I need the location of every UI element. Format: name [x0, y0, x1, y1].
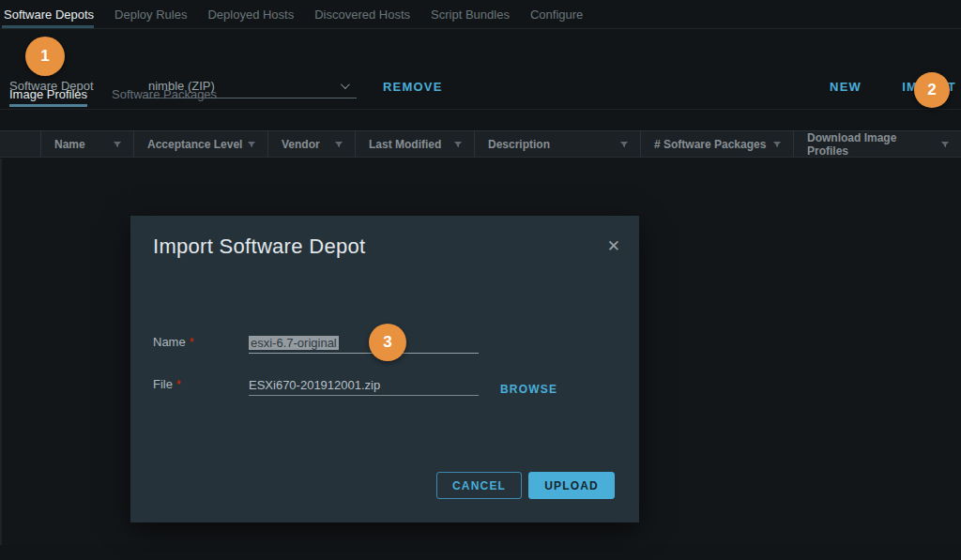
column-header-software-packages: # Software Packages	[640, 131, 793, 157]
cancel-button[interactable]: CANCEL	[436, 472, 522, 499]
image-profiles-table-header: Name Acceptance Level Vendor Last Modifi…	[0, 130, 961, 158]
required-asterisk: *	[190, 336, 194, 349]
column-header-description: Description	[474, 131, 640, 157]
tab-label: Image Profiles	[9, 87, 87, 101]
tab-script-bundles[interactable]: Script Bundles	[420, 0, 520, 28]
column-label: Download Image Profiles	[807, 131, 940, 158]
tab-label: Configure	[530, 8, 583, 22]
required-asterisk: *	[176, 378, 181, 391]
annotation-badge-3: 3	[369, 324, 406, 361]
column-label: Name	[54, 138, 85, 151]
tab-deployed-hosts[interactable]: Deployed Hosts	[197, 0, 304, 28]
tab-label: Deployed Hosts	[207, 8, 294, 22]
tab-software-packages[interactable]: Software Packages	[99, 80, 229, 109]
tab-configure[interactable]: Configure	[520, 0, 593, 28]
name-field-label: Name*	[153, 335, 193, 349]
column-label: # Software Packages	[654, 138, 766, 151]
column-header-name: Name	[40, 131, 133, 157]
filter-icon[interactable]	[453, 140, 463, 149]
depot-subtabs: Image Profiles Software Packages	[0, 80, 961, 110]
column-header-download-image-profiles: Download Image Profiles	[793, 131, 961, 157]
auto-deploy-screen: Software Depots Deploy Rules Deployed Ho…	[0, 0, 961, 560]
name-input[interactable]: esxi-6.7-original	[249, 333, 479, 354]
tab-image-profiles[interactable]: Image Profiles	[9, 80, 99, 109]
column-header-last-modified: Last Modified	[355, 131, 474, 157]
tab-label: Discovered Hosts	[314, 8, 410, 22]
annotation-badge-1: 1	[25, 37, 65, 76]
filter-icon[interactable]	[247, 140, 256, 149]
file-input[interactable]: ESXi670-201912001.zip	[249, 375, 479, 396]
tab-label: Script Bundles	[431, 8, 510, 22]
close-icon[interactable]: ✕	[607, 236, 620, 256]
filter-icon[interactable]	[619, 140, 629, 149]
tab-label: Software Depots	[4, 8, 94, 22]
expand-column-header	[0, 131, 40, 157]
tab-label: Software Packages	[112, 87, 217, 101]
column-label: Last Modified	[369, 138, 441, 151]
browse-button[interactable]: BROWSE	[500, 383, 557, 396]
filter-icon[interactable]	[113, 140, 122, 149]
tab-software-depots[interactable]: Software Depots	[2, 0, 104, 28]
column-label: Vendor	[282, 138, 320, 151]
file-input-value: ESXi670-201912001.zip	[249, 378, 380, 392]
tab-label: Deploy Rules	[114, 8, 187, 22]
import-software-depot-dialog: Import Software Depot ✕ Name* esxi-6.7-o…	[130, 216, 639, 522]
upload-button[interactable]: UPLOAD	[528, 472, 615, 499]
file-field-label: File*	[153, 377, 181, 391]
dialog-buttons: CANCEL UPLOAD	[436, 472, 615, 499]
annotation-badge-2: 2	[914, 72, 950, 108]
column-header-vendor: Vendor	[267, 131, 355, 157]
top-nav-tabs: Software Depots Deploy Rules Deployed Ho…	[0, 0, 961, 29]
filter-icon[interactable]	[334, 140, 343, 149]
file-label-text: File	[153, 377, 173, 391]
dialog-title: Import Software Depot	[153, 235, 365, 259]
column-header-acceptance-level: Acceptance Level	[133, 131, 267, 157]
column-label: Acceptance Level	[147, 138, 242, 151]
filter-icon[interactable]	[772, 140, 782, 149]
tab-deploy-rules[interactable]: Deploy Rules	[104, 0, 197, 28]
name-input-value: esxi-6.7-original	[249, 336, 339, 350]
depot-toolbar: Software Depot nimble (ZIP) REMOVE NEW I…	[0, 29, 961, 80]
name-label-text: Name	[153, 335, 186, 349]
tab-discovered-hosts[interactable]: Discovered Hosts	[304, 0, 420, 28]
filter-icon[interactable]	[940, 140, 950, 149]
column-label: Description	[488, 138, 550, 151]
